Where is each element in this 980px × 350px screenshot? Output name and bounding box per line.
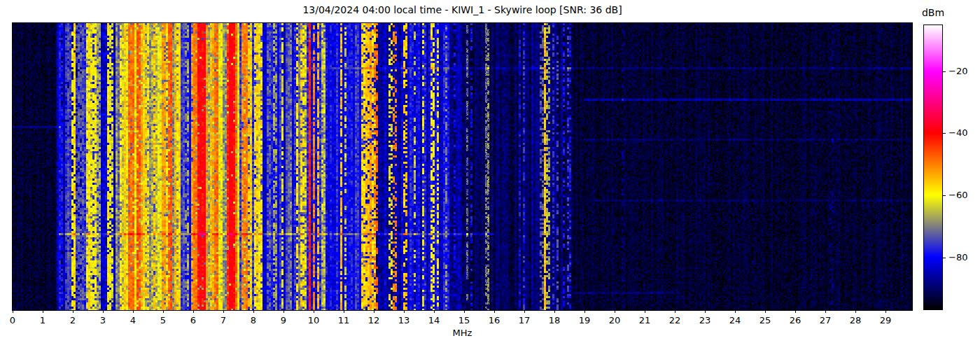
x-tick-label: 12 — [362, 315, 386, 326]
x-tick-label: 22 — [663, 315, 687, 326]
x-tick-label: 19 — [573, 315, 596, 326]
x-tick-label: 7 — [211, 315, 235, 326]
x-tick-label: 2 — [61, 315, 85, 326]
x-tick — [314, 310, 314, 313]
x-tick — [193, 310, 194, 313]
x-tick-label: 4 — [121, 315, 145, 326]
colorbar-tick — [943, 71, 946, 72]
colorbar-tick — [943, 133, 946, 134]
waterfall-plot — [12, 22, 913, 311]
x-tick-label: 18 — [542, 315, 566, 326]
x-tick-label: 10 — [302, 315, 326, 326]
colorbar-tick — [943, 258, 946, 258]
waterfall-canvas — [13, 23, 912, 310]
x-tick — [344, 310, 344, 313]
x-tick-label: 27 — [813, 315, 837, 326]
x-tick — [13, 310, 13, 313]
x-tick-label: 1 — [31, 315, 55, 326]
colorbar-unit-label: dBm — [911, 7, 955, 18]
x-tick — [615, 310, 615, 313]
x-tick — [253, 310, 254, 313]
x-tick-label: 24 — [723, 315, 747, 326]
colorbar-tick-label: −80 — [948, 252, 976, 262]
x-tick — [223, 310, 224, 313]
x-tick — [73, 310, 74, 313]
x-tick-label: 11 — [332, 315, 356, 326]
x-tick — [825, 310, 826, 313]
colorbar-tick-label: −40 — [948, 127, 976, 138]
x-tick — [524, 310, 525, 313]
x-tick — [705, 310, 706, 313]
x-tick — [374, 310, 374, 313]
x-tick — [795, 310, 796, 313]
x-tick-label: 14 — [422, 315, 446, 326]
plot-title: 13/04/2024 04:00 local time - KIWI_1 - S… — [13, 4, 912, 15]
x-tick — [886, 310, 886, 313]
spectrogram-figure: 13/04/2024 04:00 local time - KIWI_1 - S… — [0, 0, 980, 350]
colorbar-tick-label: −60 — [948, 190, 976, 200]
colorbar-tick-label: −20 — [948, 66, 976, 76]
x-tick — [133, 310, 134, 313]
x-tick-label: 16 — [482, 315, 506, 326]
x-tick — [765, 310, 766, 313]
x-tick-label: 28 — [844, 315, 867, 326]
x-tick-label: 15 — [452, 315, 476, 326]
x-tick — [434, 310, 435, 313]
x-tick-label: 13 — [392, 315, 416, 326]
x-tick-label: 9 — [272, 315, 295, 326]
x-tick-label: 5 — [151, 315, 175, 326]
x-tick-label: 21 — [633, 315, 657, 326]
x-tick — [103, 310, 104, 313]
x-tick-label: 6 — [181, 315, 205, 326]
x-tick — [163, 310, 164, 313]
x-tick-label: 23 — [693, 315, 717, 326]
x-tick — [645, 310, 645, 313]
colorbar-tick — [943, 195, 946, 196]
x-tick — [675, 310, 676, 313]
x-tick — [494, 310, 495, 313]
x-tick-label: 20 — [603, 315, 626, 326]
x-tick-label: 8 — [241, 315, 265, 326]
x-tick-label: 17 — [512, 315, 536, 326]
x-tick — [554, 310, 555, 313]
colorbar — [923, 24, 943, 310]
x-tick-label: 0 — [1, 315, 24, 326]
x-tick-label: 26 — [783, 315, 807, 326]
x-tick-label: 25 — [753, 315, 777, 326]
x-tick — [735, 310, 736, 313]
x-tick — [464, 310, 465, 313]
x-tick — [584, 310, 585, 313]
x-tick — [284, 310, 284, 313]
x-tick — [404, 310, 405, 313]
x-tick-label: 3 — [91, 315, 115, 326]
x-tick — [855, 310, 856, 313]
x-axis-label: MHz — [13, 328, 912, 338]
x-tick — [43, 310, 43, 313]
x-tick-label: 29 — [874, 315, 897, 326]
